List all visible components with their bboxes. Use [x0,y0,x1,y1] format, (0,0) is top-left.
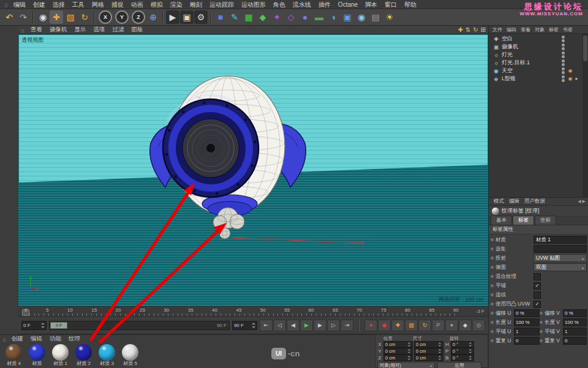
extrude-button[interactable]: ◆ [256,10,270,24]
material-menu-item[interactable]: 功能 [46,335,65,343]
material-swatch[interactable]: 材质 1 [50,344,70,366]
stage-button[interactable]: ▣ [341,10,354,24]
menubar-item[interactable]: 模拟 [147,0,167,9]
material-menu-item[interactable]: 创建 [8,335,27,343]
rotation-field[interactable]: 0 ° [451,348,474,355]
anim-dot-icon[interactable] [491,238,494,241]
visibility-dots[interactable] [562,59,565,66]
spinner-icon[interactable] [438,342,442,347]
visibility-dots[interactable] [562,51,565,58]
selection-field[interactable] [533,245,587,253]
object-manager-menu-item[interactable]: 查看 [519,26,532,33]
spinner-icon[interactable] [407,356,411,360]
material-menu-item[interactable]: 纹理 [65,335,84,343]
material-menu-item[interactable]: 编辑 [27,335,46,343]
uv-value-field[interactable]: 1 [514,328,540,336]
menubar-item[interactable]: 动画 [127,0,147,9]
live-selection-tool[interactable]: ◉ [36,10,50,24]
redo-icon[interactable]: ↷ [17,10,30,24]
coordinate-system-toggle[interactable]: ⊕ [146,10,160,24]
material-preview-sphere[interactable] [29,344,45,361]
menubar-item[interactable]: 角色 [270,0,289,9]
light-button[interactable]: ☀ [383,10,396,24]
material-preview-sphere[interactable] [122,344,138,361]
anim-dot-icon[interactable] [491,257,494,260]
texture-tag-icon[interactable]: ◉ [567,67,573,75]
anim-dot-icon[interactable] [540,330,543,333]
tab-basic[interactable]: 基本 [491,216,512,225]
object-label[interactable]: 灯光.目标.1 [502,59,530,67]
coordinate-mode-dropdown[interactable]: 对象(相对) [377,362,435,368]
current-frame-field[interactable]: 0 F [21,321,47,330]
go-to-end-button[interactable]: ⇥ [341,320,353,331]
record-scale-toggle[interactable]: ▧ [405,320,418,331]
material-preview-sphere[interactable] [99,344,115,361]
spinner-icon[interactable] [438,349,442,353]
array-button[interactable]: ◇ [284,10,298,24]
pen-tool-button[interactable]: ✎ [228,10,241,24]
render-picture-viewer-button[interactable]: ▣ [180,10,194,24]
timeline-slider[interactable]: 0 F 90 F [49,321,230,330]
camera-button[interactable]: ▤ [369,10,382,24]
menubar-item[interactable]: 脚本 [361,0,381,9]
tile-checkbox[interactable]: ✓ [533,282,541,290]
pan-view-icon[interactable]: ✚ [458,26,462,34]
next-frame-button[interactable]: ▶ [314,320,326,331]
sky-button[interactable]: ◑ [326,10,340,24]
object-item[interactable]: ◉ 天空 ◉ [489,67,588,75]
position-field[interactable]: 0 cm [383,341,413,348]
seamless-checkbox[interactable] [533,291,541,299]
previous-frame-button[interactable]: ◀ [287,320,300,331]
end-frame-field[interactable]: 90 F [232,321,257,330]
object-manager[interactable]: ✚ 空白 ▣ 摄像机 ☼ 灯光 [489,34,588,198]
tab-tag[interactable]: 标签 [513,216,534,225]
play-button[interactable]: ▶ [300,320,313,331]
viewport-menu-item[interactable]: 选项 [89,26,108,34]
material-swatch[interactable]: 材质 3 [97,344,117,366]
tag-properties-header[interactable]: 标签属性 [489,225,588,235]
object-manager-menu-item[interactable]: 标签 [547,26,560,33]
attribute-edit-menu[interactable]: 编辑 [507,198,522,205]
object-label[interactable]: 灯光 [502,51,513,59]
material-swatch[interactable]: 材质 4 [4,344,24,366]
record-button[interactable]: ● [364,320,377,331]
object-label[interactable]: 摄像机 [502,43,518,51]
spinner-icon[interactable] [438,356,442,360]
uv-value-field[interactable]: 100 % [514,318,540,326]
go-to-start-button[interactable]: ⇤ [260,320,273,331]
object-manager-menu-item[interactable]: 编辑 [505,26,518,33]
rotation-field[interactable]: 0 ° [451,355,474,361]
record-parameter-toggle[interactable]: P [432,320,445,331]
spinner-icon[interactable] [40,323,45,328]
object-label[interactable]: 空白 [502,35,513,43]
attribute-mode-menu[interactable]: 模式 [491,198,507,205]
solo-button[interactable]: ◎ [472,320,485,331]
anim-dot-icon[interactable] [540,339,543,342]
side-dropdown[interactable]: 双面 [533,263,587,271]
viewport-menu-item[interactable]: 面板 [127,26,146,34]
position-field[interactable]: 0 cm [383,355,413,361]
anim-dot-icon[interactable] [491,321,494,324]
object-item[interactable]: ✚ 空白 [489,35,588,43]
undo-icon[interactable]: ↶ [2,10,16,24]
material-swatch[interactable]: 材质 [27,344,47,366]
anim-dot-icon[interactable] [491,284,494,287]
render-settings-button[interactable]: ⚙ [194,10,208,24]
visibility-dots[interactable] [562,75,565,82]
rotate-view-icon[interactable]: ↻ [473,26,478,34]
menubar-item[interactable]: 窗口 [381,0,401,9]
object-item[interactable]: ▣ 摄像机 [489,43,588,51]
object-item[interactable]: ◆ L型锥 ◉ ● [489,75,588,83]
material-preview-sphere[interactable] [75,344,92,361]
visibility-dots[interactable] [562,43,565,50]
size-field[interactable]: 0 cm [414,355,443,361]
record-position-toggle[interactable]: ✚ [391,320,404,331]
toggle-views-icon[interactable]: ⊞ [481,26,486,34]
scale-tool[interactable]: ▧ [64,10,77,24]
record-pla-toggle[interactable]: ● [445,320,458,331]
y-axis-lock[interactable]: Y [115,10,129,24]
phong-tag-icon[interactable]: ● [573,75,579,83]
z-axis-lock[interactable]: Z [132,10,145,24]
tab-coordinates[interactable]: 坐标 [535,216,556,225]
cloner-button[interactable]: ● [298,10,312,24]
